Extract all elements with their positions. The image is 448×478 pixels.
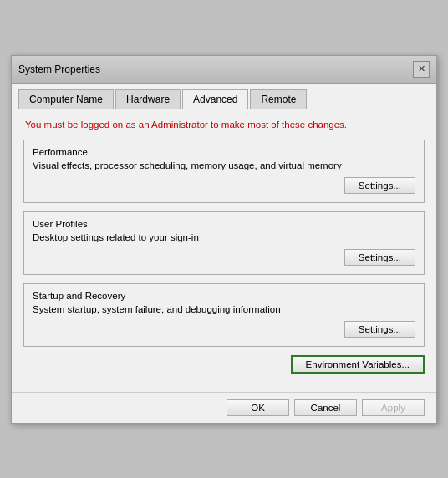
system-properties-window: System Properties ✕ Computer Name Hardwa…	[11, 55, 437, 424]
environment-variables-button[interactable]: Environment Variables...	[291, 355, 425, 374]
tab-advanced[interactable]: Advanced	[182, 89, 248, 109]
startup-recovery-settings-button[interactable]: Settings...	[344, 321, 415, 338]
tab-remote[interactable]: Remote	[250, 89, 307, 109]
content-area: You must be logged on as an Administrato…	[12, 109, 436, 392]
performance-section: Performance Visual effects, processor sc…	[23, 140, 425, 203]
tab-hardware[interactable]: Hardware	[115, 89, 181, 109]
performance-settings-button[interactable]: Settings...	[344, 177, 415, 194]
startup-recovery-section: Startup and Recovery System startup, sys…	[23, 283, 425, 347]
env-variables-row: Environment Variables...	[23, 355, 425, 374]
tab-computer-name[interactable]: Computer Name	[18, 89, 114, 109]
tabs-bar: Computer Name Hardware Advanced Remote	[12, 84, 436, 109]
ok-button[interactable]: OK	[227, 399, 289, 416]
startup-recovery-title: Startup and Recovery	[33, 291, 415, 301]
admin-notice: You must be logged on as an Administrato…	[23, 120, 425, 130]
performance-desc: Visual effects, processor scheduling, me…	[33, 160, 415, 170]
title-bar: System Properties ✕	[12, 56, 436, 84]
user-profiles-desc: Desktop settings related to your sign-in	[33, 232, 415, 242]
close-button[interactable]: ✕	[413, 61, 430, 78]
user-profiles-settings-button[interactable]: Settings...	[344, 249, 415, 266]
window-title: System Properties	[18, 64, 100, 75]
user-profiles-section: User Profiles Desktop settings related t…	[23, 211, 425, 275]
performance-title: Performance	[33, 147, 415, 157]
apply-button[interactable]: Apply	[362, 399, 425, 416]
user-profiles-title: User Profiles	[33, 219, 415, 229]
cancel-button[interactable]: Cancel	[294, 399, 357, 416]
bottom-bar: OK Cancel Apply	[12, 392, 436, 423]
startup-recovery-desc: System startup, system failure, and debu…	[33, 304, 415, 314]
